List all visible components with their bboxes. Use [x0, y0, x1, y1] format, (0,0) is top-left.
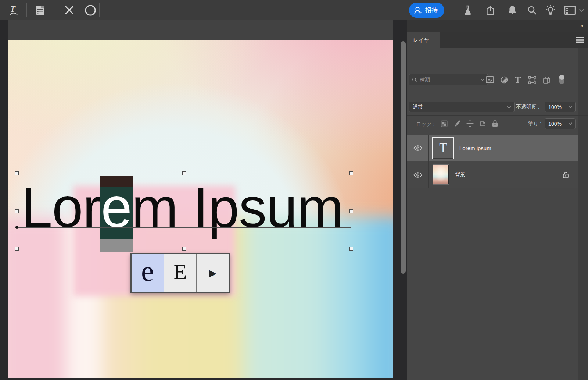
text-baseline-guide — [17, 227, 351, 228]
invite-button[interactable]: 招待 — [409, 3, 444, 18]
svg-text:T: T — [10, 4, 16, 14]
vertical-scrollbar-thumb[interactable] — [401, 41, 406, 274]
opacity-input[interactable]: 100% — [545, 102, 576, 112]
layer-locked-icon[interactable] — [563, 171, 569, 178]
lock-all-icon[interactable] — [492, 120, 498, 127]
toolbar-separator — [56, 3, 56, 17]
panel-body: 種類 通常 不透明度 : — [407, 48, 588, 380]
panel-menu-icon[interactable] — [576, 37, 584, 43]
baseline-anchor-dot — [15, 226, 18, 229]
opacity-chevron-icon[interactable] — [565, 102, 575, 112]
fill-label: 塗り : — [528, 121, 541, 127]
text-bounding-box — [17, 173, 351, 248]
opacity-label: 不透明度 : — [516, 104, 539, 110]
panel-right-gutter — [578, 48, 588, 380]
eye-icon — [413, 145, 422, 151]
help-lightbulb-icon[interactable] — [544, 0, 557, 20]
blend-mode-value: 通常 — [413, 104, 423, 110]
toolbar-overflow-chevron-icon[interactable] — [578, 0, 586, 20]
document-canvas[interactable]: Lorem Ipsum e E ▶ — [8, 40, 393, 378]
panel-divider — [407, 115, 588, 116]
glyph-option-expand-arrow[interactable]: ▶ — [197, 254, 229, 292]
commit-edit-button[interactable] — [84, 0, 97, 20]
handle-top-left[interactable] — [15, 171, 19, 175]
canvas-margin-top — [8, 20, 393, 40]
filter-toggle-pin[interactable] — [559, 74, 565, 85]
layer-row-background[interactable]: 背景 — [407, 161, 578, 188]
glyph-option-lowercase[interactable]: e — [132, 254, 164, 292]
toolbar-separator — [99, 3, 100, 17]
image-layer-thumbnail[interactable] — [433, 165, 449, 184]
eye-icon — [413, 172, 422, 178]
handle-middle-left[interactable] — [15, 209, 19, 213]
lock-label: ロック : — [416, 121, 435, 128]
filter-type-layers-icon[interactable] — [514, 76, 521, 84]
glyph-alternates-popup: e E ▶ — [130, 253, 230, 293]
fill-value: 100% — [545, 121, 565, 127]
filter-image-layers-icon[interactable] — [486, 76, 494, 83]
share-icon[interactable] — [484, 0, 496, 20]
app-toolbar: T 招待 — [0, 0, 588, 20]
layer-name[interactable]: Lorem ipsum — [459, 145, 491, 151]
lock-pixels-brush-icon[interactable] — [454, 120, 461, 127]
invite-button-label: 招待 — [425, 6, 438, 14]
handle-top-right[interactable] — [349, 171, 353, 175]
tab-layers[interactable]: レイヤー — [407, 32, 440, 48]
document-properties-icon[interactable] — [34, 0, 47, 20]
text-layer-thumbnail[interactable]: T — [432, 137, 454, 159]
layer-row-lorem-ipsum[interactable]: T Lorem ipsum — [407, 135, 578, 161]
filter-shape-layers-icon[interactable] — [528, 76, 536, 84]
handle-bottom-right[interactable] — [349, 247, 353, 251]
lock-position-icon[interactable] — [466, 120, 474, 127]
workspace-panel-icon[interactable] — [563, 0, 577, 20]
blend-mode-select[interactable]: 通常 — [409, 102, 514, 112]
filter-adjustment-layers-icon[interactable] — [501, 76, 508, 84]
panel-tab-bar: レイヤー — [407, 32, 588, 48]
type-tool-icon[interactable]: T — [7, 0, 20, 20]
beta-flask-icon[interactable] — [462, 0, 474, 20]
glyph-option-uppercase[interactable]: E — [164, 254, 196, 292]
lock-transparency-icon[interactable] — [441, 120, 448, 127]
person-add-icon — [413, 6, 422, 15]
handle-top-center[interactable] — [182, 171, 186, 175]
collapse-panel-icon[interactable]: » — [580, 22, 583, 29]
layer-visibility-toggle[interactable] — [407, 135, 429, 161]
panel-header-strip: » — [407, 20, 588, 32]
chevron-down-icon — [480, 78, 485, 81]
cancel-edit-button[interactable] — [63, 0, 75, 20]
filter-type-value: 種類 — [420, 77, 430, 83]
search-small-icon — [412, 77, 417, 82]
search-icon[interactable] — [526, 0, 538, 20]
toolbar-separator — [26, 3, 27, 17]
lock-artboard-icon[interactable] — [479, 120, 487, 127]
filter-smart-objects-icon[interactable] — [543, 76, 551, 84]
fill-chevron-icon[interactable] — [565, 119, 575, 129]
fill-input[interactable]: 100% — [545, 118, 576, 129]
notifications-bell-icon[interactable] — [506, 0, 519, 20]
handle-bottom-left[interactable] — [15, 247, 19, 251]
layers-panel: » レイヤー 種類 — [407, 20, 588, 380]
layer-filter-type-select[interactable]: 種類 — [409, 74, 488, 85]
opacity-value: 100% — [545, 104, 565, 110]
panel-divider — [407, 134, 588, 134]
layer-visibility-toggle[interactable] — [407, 161, 429, 188]
handle-middle-right[interactable] — [349, 209, 353, 213]
chevron-down-icon — [507, 106, 511, 109]
layer-name[interactable]: 背景 — [455, 171, 465, 178]
handle-bottom-center[interactable] — [182, 247, 186, 251]
